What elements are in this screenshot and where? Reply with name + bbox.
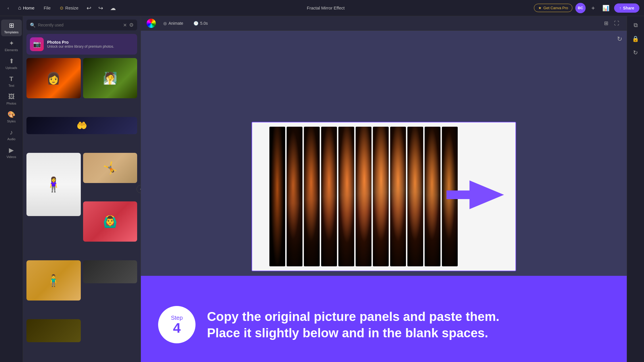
nav-actions: ★ Get Canva Pro BC ＋ 📊 ↑ Share [534,2,639,14]
left-sidebar: ⊞ Templates ✦ Elements ⬆ Uploads T Text … [0,16,23,362]
resize-label: Resize [65,5,78,10]
audio-icon: ♪ [10,129,13,136]
sidebar-item-audio[interactable]: ♪ Audio [1,126,22,143]
lock-button[interactable]: 🔒 [630,33,641,45]
canvas-toolbar: ◎ Animate 🕐 5.0s ⊞ ⛶ [141,16,627,31]
duration-label: 5.0s [200,21,208,26]
share-button[interactable]: ↑ Share [614,3,639,13]
grid-view-button[interactable]: ⊞ [602,18,610,28]
analytics-button[interactable]: 📊 [601,3,611,13]
search-bar: 🔍 ✕ ⚙ [26,20,137,30]
photos-pro-subtitle: Unlock our entire library of premium pho… [47,45,114,49]
canvas-area: ◎ Animate 🕐 5.0s ⊞ ⛶ ↻ [141,16,627,362]
home-icon: ⌂ [18,5,21,11]
right-sidebar: ⧉ 🔒 ↻ [627,16,644,362]
home-label: Home [23,5,34,10]
step-instruction: Copy the original picture panels and pas… [207,308,499,341]
duration-button[interactable]: 🕐 5.0s [191,19,210,27]
canvas-frame[interactable] [252,122,516,271]
clock-icon: 🕐 [193,21,198,26]
user-avatar: BC [575,3,586,13]
wave-divider [141,276,627,287]
styles-icon: 🎨 [7,111,15,118]
clear-search-icon[interactable]: ✕ [123,22,127,28]
styles-label: Styles [7,120,16,123]
chevron-left-icon: ‹ [7,5,9,10]
videos-label: Videos [7,155,16,159]
bottom-section: Step 4 Copy the original picture panels … [141,276,627,362]
file-button[interactable]: File [41,4,53,12]
step-circle: Step 4 [158,306,195,343]
photos-label: Photos [6,102,16,105]
sidebar-item-text[interactable]: T Text [1,73,22,90]
back-button[interactable]: ‹ [5,4,12,12]
sidebar-item-videos[interactable]: ▶ Videos [1,144,22,161]
elements-label: Elements [5,48,18,52]
photos-pro-title: Photos Pro [47,40,114,45]
templates-icon: ⊞ [9,22,14,29]
document-title: Fractal Mirror Effect [121,5,530,10]
photos-icon: 🖼 [8,93,15,101]
refresh-canvas-button[interactable]: ↻ [631,47,640,58]
sidebar-item-elements[interactable]: ✦ Elements [1,37,22,54]
get-canva-pro-button[interactable]: ★ Get Canva Pro [534,4,572,12]
resize-icon: ⊙ [60,5,64,11]
filter-icon[interactable]: ⚙ [129,22,134,28]
main-layout: ⊞ Templates ✦ Elements ⬆ Uploads T Text … [0,16,644,362]
text-icon: T [9,75,13,83]
photo-grid: 👩 🧖 🤲 🧍‍♀️ 🤸 🙆‍♂️ 🧍‍♂️ [23,58,141,362]
purple-arrow [446,178,504,212]
sidebar-item-photos[interactable]: 🖼 Photos [1,91,22,107]
photo-item[interactable]: 🧍‍♂️ [26,260,81,317]
resize-button[interactable]: ⊙ Resize [57,4,81,12]
top-navigation: ‹ ⌂ Home File ⊙ Resize ↩ ↪ ☁ Fractal Mir… [0,0,644,16]
color-wheel-button[interactable] [147,19,156,28]
animate-label: Animate [168,21,183,26]
bottom-content: Step 4 Copy the original picture panels … [141,287,627,362]
magic-resize-button[interactable]: ⧉ [631,20,640,31]
photo-item[interactable] [26,319,81,359]
sidebar-item-styles[interactable]: 🎨 Styles [1,109,22,125]
share-icon: ↑ [619,6,621,10]
photo-item[interactable] [83,260,137,317]
templates-label: Templates [4,30,18,34]
search-input[interactable] [38,23,121,27]
fractal-panels-group[interactable] [269,127,458,266]
animate-icon: ◎ [163,21,167,26]
photos-pro-banner[interactable]: 📷 Photos Pro Unlock our entire library o… [26,34,137,55]
photos-pro-icon: 📷 [30,37,44,51]
undo-button[interactable]: ↩ [85,3,93,13]
home-button[interactable]: ⌂ Home [15,3,37,13]
photo-item[interactable]: 🤸 [83,153,137,199]
uploads-icon: ⬆ [9,57,14,65]
photos-pro-text: Photos Pro Unlock our entire library of … [47,40,114,49]
redo-button[interactable]: ↪ [97,3,105,13]
star-icon: ★ [538,6,542,10]
fullscreen-button[interactable]: ⛶ [612,19,621,28]
photos-panel: 🔍 ✕ ⚙ 📷 Photos Pro Unlock our entire lib… [23,16,141,362]
photo-item[interactable]: 🙆‍♂️ [83,201,137,258]
cloud-save-button[interactable]: ☁ [108,3,118,13]
audio-label: Audio [7,137,15,141]
videos-icon: ▶ [9,147,14,154]
refresh-button[interactable]: ↻ [617,35,622,43]
elements-icon: ✦ [9,40,14,47]
sidebar-item-templates[interactable]: ⊞ Templates [1,20,22,36]
file-label: File [44,5,51,10]
canvas-toolbar-right: ⊞ ⛶ [602,18,621,28]
add-user-button[interactable]: ＋ [589,2,598,14]
search-icon: 🔍 [30,22,36,28]
photo-item[interactable]: 🤲 [26,117,137,151]
photo-item[interactable]: 👩 [26,58,81,115]
text-label: Text [8,84,14,87]
photo-item[interactable]: 🧖 [83,58,137,115]
uploads-label: Uploads [5,66,17,70]
animate-button[interactable]: ◎ Animate [160,19,186,27]
sidebar-item-uploads[interactable]: ⬆ Uploads [1,55,22,72]
photo-item[interactable]: 🧍‍♀️ [26,153,81,258]
svg-marker-0 [446,180,504,209]
